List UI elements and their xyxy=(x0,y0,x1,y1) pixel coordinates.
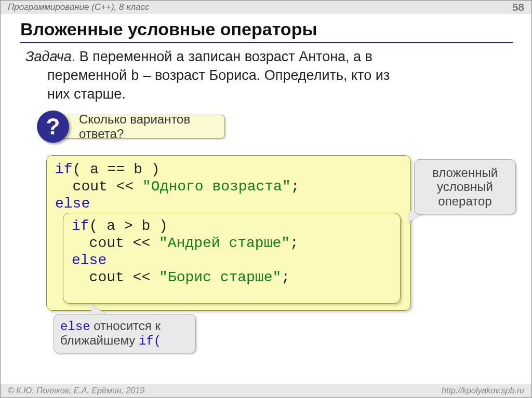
task-text: Задача. В переменной a записан возраст А… xyxy=(25,48,500,103)
header-bar: Программирование (C++), 8 класс 58 xyxy=(1,1,531,14)
question-box: Сколько вариантов ответа? xyxy=(54,115,225,139)
page-title: Вложенные условные операторы xyxy=(20,19,317,39)
question-mark-icon: ? xyxy=(37,111,69,143)
footer-bar: © К.Ю. Поляков, Е.А. Ерёмин, 2019 http:/… xyxy=(1,384,531,397)
footer-url: http://kpolyakov.spb.ru xyxy=(442,386,524,395)
code-inner: if( a > b ) cout << "Андрей старше"; els… xyxy=(72,217,299,286)
question-text: Сколько вариантов ответа? xyxy=(79,112,224,141)
title-underline xyxy=(20,42,513,43)
callout-else-note: else относится к ближайшему if( xyxy=(54,314,196,353)
task-label: Задача xyxy=(25,49,72,64)
code-outer: if( a == b ) cout << "Одного возраста"; … xyxy=(55,161,300,212)
header-left: Программирование (C++), 8 класс xyxy=(8,2,149,12)
slide: Программирование (C++), 8 класс 58 Вложе… xyxy=(0,0,532,398)
code-inner-box: if( a > b ) cout << "Андрей старше"; els… xyxy=(63,213,401,304)
callout-nested-operator: вложенный условный оператор xyxy=(414,159,516,214)
page-number: 58 xyxy=(512,1,524,13)
footer-copyright: © К.Ю. Поляков, Е.А. Ерёмин, 2019 xyxy=(8,386,144,395)
